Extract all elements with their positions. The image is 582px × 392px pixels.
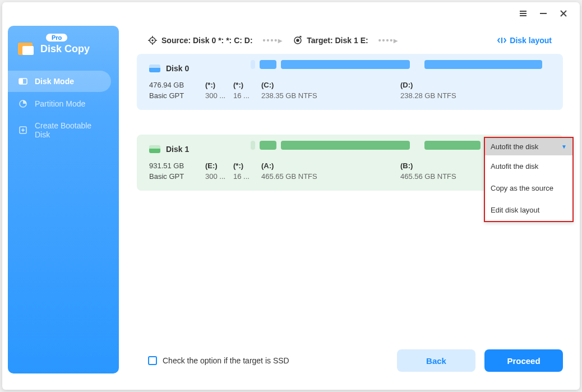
- sidebar-item-partition-mode[interactable]: Partition Mode: [8, 93, 119, 114]
- disk-layout-label: Disk layout: [510, 36, 552, 45]
- source-disk-card: Disk 0 476.94 GB Basic GPT (*:) 300 ...: [137, 54, 563, 110]
- back-button[interactable]: Back: [397, 349, 475, 372]
- partition-mode-icon: [18, 99, 28, 109]
- disk-type: Basic GPT: [149, 91, 205, 100]
- disk-icon: [149, 145, 160, 153]
- partition-bar[interactable]: [251, 60, 255, 69]
- checkbox-icon: [148, 356, 157, 365]
- disk-size: 476.94 GB: [149, 81, 205, 89]
- app-title: Disk Copy: [40, 43, 90, 55]
- ssd-label: Check the option if the target is SSD: [163, 356, 289, 365]
- target-label: Target: Disk 1 E:: [307, 36, 368, 45]
- dropdown-selected[interactable]: Autofit the disk ▼: [485, 138, 572, 155]
- partition-bar[interactable]: [281, 141, 410, 150]
- svg-point-19: [297, 39, 299, 41]
- sidebar-item-label: Create Bootable Disk: [35, 121, 109, 139]
- partition-bar[interactable]: [251, 141, 255, 150]
- disk-summary: 931.51 GB Basic GPT: [149, 162, 205, 181]
- partition-info: (E:) 300 ...: [205, 162, 229, 181]
- minimize-icon[interactable]: [538, 8, 548, 19]
- sidebar-item-bootable-disk[interactable]: Create Bootable Disk: [8, 116, 119, 145]
- disk-name: Disk 1: [166, 145, 189, 154]
- source-label: Source: Disk 0 *: *: C: D:: [161, 36, 253, 45]
- footer: Check the option if the target is SSD Ba…: [148, 349, 563, 372]
- crosshair-icon: [148, 36, 157, 45]
- dropdown-option-autofit[interactable]: Autofit the disk: [485, 155, 572, 177]
- partition-bar[interactable]: [424, 60, 542, 69]
- partition-bar-row: [251, 60, 542, 69]
- disk-type: Basic GPT: [149, 172, 205, 181]
- partition-info: (*:) 16 ...: [233, 81, 257, 100]
- disk-icon: [149, 64, 160, 72]
- sidebar-item-disk-mode[interactable]: Disk Mode: [8, 71, 111, 92]
- source-target-header: Source: Disk 0 *: *: C: D: ••••▸ Target:…: [126, 25, 574, 54]
- disk-name: Disk 0: [166, 64, 189, 73]
- close-icon[interactable]: [558, 8, 569, 19]
- pro-badge: Pro: [46, 34, 67, 41]
- source-segment: Source: Disk 0 *: *: C: D:: [148, 36, 253, 45]
- arrow-dots-icon: ••••▸: [258, 36, 288, 45]
- caret-down-icon: ▼: [561, 144, 567, 150]
- partition-bar[interactable]: [281, 60, 410, 69]
- dropdown-option-copy-as-source[interactable]: Copy as the source: [485, 177, 572, 199]
- disk-summary: 476.94 GB Basic GPT: [149, 81, 205, 100]
- app-logo: Pro Disk Copy: [8, 41, 119, 70]
- svg-point-17: [152, 40, 153, 41]
- partition-info: (A:) 465.65 GB NTFS: [261, 162, 396, 181]
- arrow-dots-icon: ••••▸: [374, 36, 404, 45]
- proceed-button[interactable]: Proceed: [484, 349, 563, 372]
- partition-info: (D:) 238.28 GB NTFS: [400, 81, 518, 100]
- partition-info: (*:) 300 ...: [205, 81, 229, 100]
- disk-size: 931.51 GB: [149, 162, 205, 170]
- app-window: Pro Disk Copy Disk Mode Partition Mode C…: [2, 2, 580, 390]
- titlebar: [518, 2, 580, 25]
- partition-bar[interactable]: [260, 60, 276, 69]
- partition-bar-row: [251, 141, 481, 150]
- logo-icon: [18, 41, 35, 56]
- menu-icon[interactable]: [518, 8, 528, 19]
- disk-layout-icon: [497, 37, 506, 44]
- disk-layout-link[interactable]: Disk layout: [497, 36, 552, 45]
- sidebar-item-label: Partition Mode: [35, 99, 85, 108]
- target-icon: [293, 36, 302, 45]
- partition-bar[interactable]: [424, 141, 481, 150]
- disk-layout-dropdown: Autofit the disk ▼ Autofit the disk Copy…: [484, 137, 574, 222]
- disk-mode-icon: [18, 76, 28, 86]
- target-segment: Target: Disk 1 E:: [293, 36, 368, 45]
- ssd-checkbox[interactable]: Check the option if the target is SSD: [148, 356, 289, 365]
- sidebar-item-label: Disk Mode: [35, 77, 74, 86]
- svg-rect-7: [19, 79, 23, 84]
- partition-info: (C:) 238.35 GB NTFS: [261, 81, 396, 100]
- partition-info: (*:) 16 ...: [233, 162, 257, 181]
- partition-bar[interactable]: [260, 141, 276, 150]
- bootable-disk-icon: [18, 125, 28, 135]
- dropdown-option-edit-layout[interactable]: Edit disk layout: [485, 199, 572, 221]
- sidebar: Pro Disk Copy Disk Mode Partition Mode C…: [8, 26, 119, 373]
